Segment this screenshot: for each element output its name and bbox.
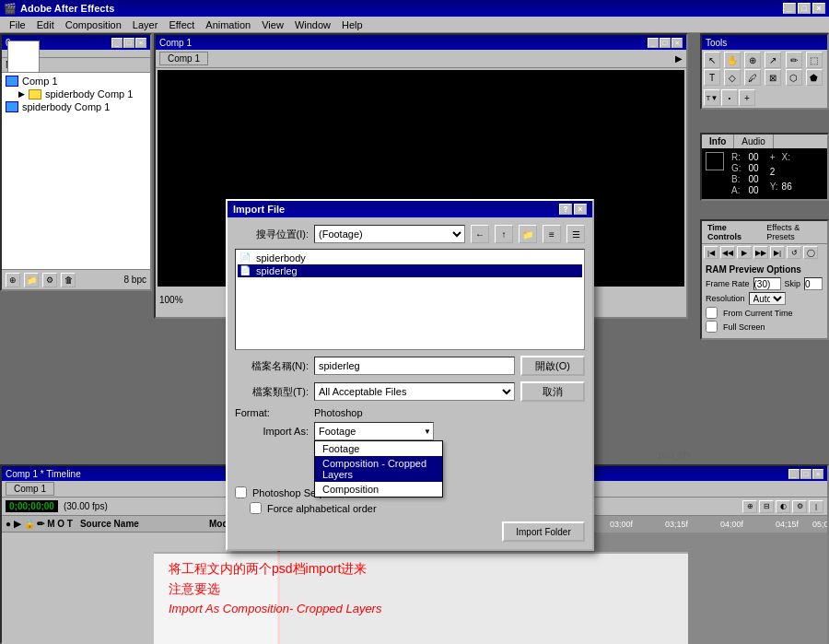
tl-tool4[interactable]: ⚙ [792,500,807,513]
skip-input[interactable] [804,277,823,290]
last-frame-btn[interactable]: ▶| [770,246,785,259]
from-current-checkbox[interactable] [706,307,718,319]
tool-clone[interactable]: ⊠ [765,69,781,86]
project-maximize[interactable]: □ [123,38,134,48]
timeline-tab[interactable]: Comp 1 [6,482,54,496]
tools-row2: T▼ • + [702,88,827,108]
project-item-spiderbody2[interactable]: spiderbody Comp 1 [4,100,148,113]
full-screen-checkbox[interactable] [706,321,718,333]
loop-btn[interactable]: ↺ [787,246,801,259]
tool-star[interactable]: ◇ [724,69,741,86]
tool-brush[interactable]: 🖊 [744,69,761,86]
tool-eraser[interactable]: ⬡ [786,69,802,86]
tool-extra3[interactable]: + [739,89,755,106]
timeline-close[interactable]: × [812,469,823,479]
tool-pen[interactable]: ✏ [786,52,802,68]
tool-hand[interactable]: ✋ [724,52,741,68]
tools-panel: Tools ↖ ✋ ⊕ ↗ ✏ ⬚ T ◇ 🖊 ⊠ ⬡ ⬟ T▼ • + [700,33,829,110]
filetype-select[interactable]: All Acceptable Files [314,382,515,401]
app-titlebar: 🎬 Adobe After Effects _ □ × [0,0,829,17]
comp-viewer-title: Comp 1 [159,38,192,48]
audio-tab[interactable]: Audio [734,135,774,148]
view-details-btn[interactable]: ☰ [566,225,585,243]
menu-animation[interactable]: Animation [200,18,256,32]
tl-tool5[interactable]: | [809,500,823,513]
timeline-maximize[interactable]: □ [800,469,811,479]
zoom-label[interactable]: 100% [159,295,183,305]
tl-tool2[interactable]: ⊟ [759,500,774,513]
next-frame-btn[interactable]: ▶▶ [753,246,768,259]
menu-help[interactable]: Help [336,18,368,32]
effects-presets-tab[interactable]: Effects & Presets [761,221,827,243]
project-item-comp1[interactable]: Comp 1 [4,75,148,88]
open-btn[interactable]: 開啟(O) [520,356,585,376]
menu-edit[interactable]: Edit [31,18,60,32]
tool-text[interactable]: T [704,69,720,86]
time-controls-tab[interactable]: Time Controls [702,221,761,243]
menu-effect[interactable]: Effect [163,18,200,32]
timeline-minimize[interactable]: _ [788,469,800,479]
tool-rotate[interactable]: ↗ [765,52,781,68]
tool-extra2[interactable]: • [721,89,738,106]
menu-view[interactable]: View [256,18,289,32]
import-folder-btn[interactable]: Import Folder [502,521,585,542]
menu-bar: File Edit Composition Layer Effect Anima… [0,17,829,33]
settings-btn[interactable]: ⚙ [42,273,57,287]
new-folder-btn[interactable]: 📁 [519,225,537,243]
nav-parent-btn[interactable]: ↑ [495,225,513,243]
delete-btn[interactable]: 🗑 [61,273,76,287]
dialog-close-btn[interactable]: × [574,204,587,215]
menu-window[interactable]: Window [289,18,336,32]
frame-rate-input[interactable] [753,277,781,290]
import-as-select[interactable]: Footage ▼ [314,422,434,440]
project-item-spiderbody1[interactable]: ▶ spiderbody Comp 1 [4,88,148,100]
tool-zoom[interactable]: ⊕ [744,52,761,68]
g-label: G: [731,163,741,173]
menu-file[interactable]: File [4,18,31,32]
ruler-mark-315f: 03;15f [665,520,688,529]
filename-input[interactable] [314,357,515,375]
tool-puppet[interactable]: ⬟ [806,69,823,86]
maximize-btn[interactable]: □ [798,3,811,14]
new-comp-btn[interactable]: ⊕ [6,273,20,287]
tool-select[interactable]: ↖ [704,52,720,68]
ram-btn[interactable]: ◯ [803,246,818,259]
cancel-btn[interactable]: 取消 [520,381,585,402]
comp-close[interactable]: × [671,38,683,48]
info-tab[interactable]: Info [702,135,734,148]
import-as-option-footage[interactable]: Footage [315,441,442,456]
timeline-tool-buttons: ⊕ ⊟ ◐ ⚙ | [742,500,823,513]
menu-composition[interactable]: Composition [60,18,127,32]
force-alpha-checkbox[interactable] [250,502,262,514]
file-item-spiderbody[interactable]: 📄 spiderbody [238,252,582,264]
search-path-select[interactable]: (Footage) [314,225,465,243]
minimize-btn[interactable]: _ [783,3,796,14]
dialog-help-btn[interactable]: ? [559,204,572,215]
nav-arrow-right[interactable]: ▶ [675,53,683,64]
project-close[interactable]: × [135,38,146,48]
tl-tool1[interactable]: ⊕ [742,500,757,513]
comp-tab[interactable]: Comp 1 [159,52,208,65]
import-as-option-composition-cropped[interactable]: Composition - Cropped Layers [315,456,442,482]
tl-tool3[interactable]: ◐ [776,500,790,513]
view-toggle-btn[interactable]: ≡ [543,225,561,243]
play-btn[interactable]: ▶ [737,246,752,259]
nav-up-btn[interactable]: ← [471,225,489,243]
file-name-spiderbody: spiderbody [256,252,306,263]
prev-frame-btn[interactable]: ◀◀ [720,246,735,259]
ps-sequence-checkbox[interactable] [235,486,247,498]
import-as-option-composition[interactable]: Composition [315,482,442,497]
resolution-select[interactable]: Auto Full Half [749,292,786,305]
tool-rect[interactable]: ⬚ [806,52,823,68]
folder-btn[interactable]: 📁 [24,273,39,287]
first-frame-btn[interactable]: |◀ [704,246,718,259]
menu-layer[interactable]: Layer [127,18,164,32]
plus-icon: + [770,152,778,166]
tool-extra1[interactable]: T▼ [704,89,720,106]
file-item-spiderleg[interactable]: 📄 spiderleg [238,264,582,277]
timeline-time: 0;00;00;00 [6,500,58,512]
close-btn[interactable]: × [812,3,825,14]
comp-minimize[interactable]: _ [648,38,659,48]
project-minimize[interactable]: _ [111,38,123,48]
comp-maximize[interactable]: □ [660,38,671,48]
